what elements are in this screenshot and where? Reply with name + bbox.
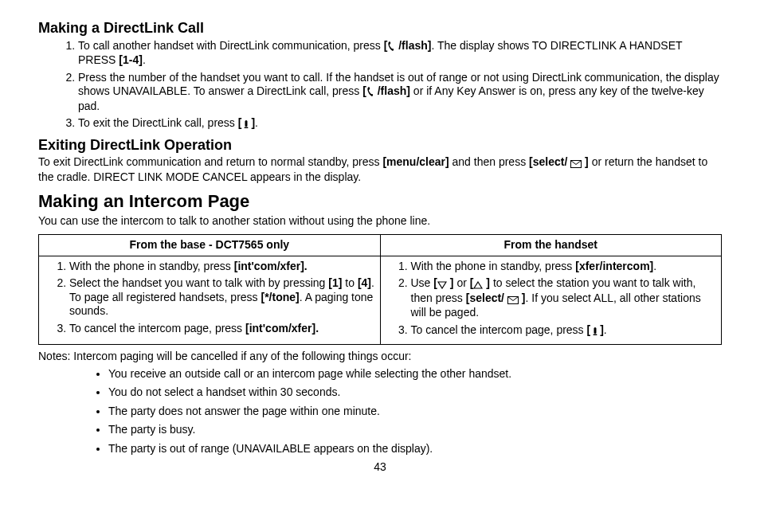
manual-page: Making a DirectLink Call To call another…: [0, 0, 760, 532]
text: .: [653, 260, 656, 272]
step-3: To exit the DirectLink call, press [].: [78, 116, 722, 131]
handset-end-icon: [590, 324, 600, 338]
text: Use: [411, 276, 434, 289]
list-item: With the phone in standby, press [int'co…: [69, 260, 375, 274]
table-cell-handset: With the phone in standby, press [xfer/i…: [380, 256, 722, 345]
list-item: The party does not answer the page withi…: [108, 405, 722, 419]
text: to: [342, 276, 357, 289]
key-down: [ ]: [433, 276, 453, 289]
handset-end-icon: [241, 117, 251, 131]
list-item: You do not select a handset within 30 se…: [108, 385, 722, 400]
text: To call another handset with DirectLink …: [78, 39, 384, 52]
directlink-call-steps: To call another handset with DirectLink …: [38, 39, 722, 131]
svg-rect-12: [594, 334, 597, 335]
text: To cancel the intercom page, press: [69, 322, 245, 334]
key-select: [select/ ]: [466, 291, 526, 304]
text: .: [255, 116, 258, 129]
svg-rect-11: [594, 327, 597, 334]
notes-intro: Notes: Intercom paging will be cancelled…: [38, 350, 722, 364]
phone-icon: [366, 85, 374, 100]
key-flash: [ /flash]: [384, 39, 432, 52]
key-flash: [ /flash]: [362, 84, 410, 97]
svg-rect-5: [245, 120, 248, 127]
svg-marker-8: [438, 282, 446, 288]
key-up: [ ]: [470, 276, 490, 289]
key-select: [select/ ]: [529, 155, 589, 168]
heading-exiting-directlink: Exiting DirectLink Operation: [38, 136, 722, 155]
envelope-icon: [507, 292, 519, 307]
text: .: [143, 53, 146, 66]
table-cell-base: With the phone in standby, press [int'co…: [39, 256, 381, 345]
intercom-intro: You can use the intercom to talk to anot…: [38, 214, 722, 229]
notes-intro-text: Intercom paging will be cancelled if any…: [73, 350, 411, 362]
list-item: The party is busy.: [108, 423, 722, 437]
table-header-base: From the base - DCT7565 only: [39, 235, 381, 256]
step-2: Press the number of the handset you want…: [78, 71, 722, 114]
text: With the phone in standby, press: [69, 260, 234, 272]
key-intcom-xfer: [int'com/xfer].: [234, 260, 308, 272]
up-triangle-icon: [473, 277, 483, 291]
key-xfer-intercom: [xfer/intercom]: [575, 260, 653, 272]
exiting-directlink-paragraph: To exit DirectLink communication and ret…: [38, 155, 722, 184]
key-star-tone: [*/tone]: [261, 291, 299, 303]
svg-rect-6: [245, 127, 249, 129]
step-1: To call another handset with DirectLink …: [78, 39, 722, 68]
text: .: [604, 323, 607, 336]
base-steps: With the phone in standby, press [int'co…: [44, 260, 375, 336]
key-menu-clear: [menu/clear]: [382, 155, 449, 168]
intercom-table: From the base - DCT7565 only From the ha…: [38, 234, 722, 345]
page-number: 43: [38, 460, 722, 475]
notes-list: You receive an outside call or an interc…: [38, 367, 722, 456]
handset-steps: With the phone in standby, press [xfer/i…: [386, 260, 717, 338]
text: With the phone in standby, press: [411, 260, 576, 272]
key-1: [1]: [328, 276, 342, 289]
table-header-handset: From the handset: [380, 235, 722, 256]
list-item: To cancel the intercom page, press [int'…: [69, 322, 375, 336]
text: To exit DirectLink communication and ret…: [38, 155, 382, 168]
text: and then press: [449, 155, 529, 168]
list-item: Use [ ] or [ ] to select the station you…: [411, 276, 717, 320]
key-intcom-xfer: [int'com/xfer].: [245, 322, 319, 334]
heading-making-directlink-call: Making a DirectLink Call: [38, 19, 722, 37]
list-item: To cancel the intercom page, press [].: [411, 323, 717, 338]
down-triangle-icon: [437, 277, 447, 291]
phone-icon: [387, 40, 395, 54]
list-item: With the phone in standby, press [xfer/i…: [411, 260, 717, 274]
notes-label: Notes:: [38, 350, 73, 362]
heading-making-intercom-page: Making an Intercom Page: [38, 190, 722, 213]
key-end: []: [587, 323, 604, 336]
key-1-4: [1-4]: [119, 53, 143, 66]
text: To cancel the intercom page, press: [411, 323, 587, 336]
list-item: You receive an outside call or an interc…: [108, 367, 722, 381]
svg-marker-9: [474, 282, 482, 288]
text: Select the handset you want to talk with…: [69, 276, 328, 289]
text: or: [454, 276, 470, 289]
key-end: []: [238, 116, 255, 129]
list-item: Select the handset you want to talk with…: [69, 276, 375, 319]
envelope-icon: [570, 156, 582, 170]
list-item: The party is out of range (UNAVAILABLE a…: [108, 442, 722, 456]
text: To exit the DirectLink call, press: [78, 116, 238, 129]
key-4: [4]: [358, 276, 371, 289]
